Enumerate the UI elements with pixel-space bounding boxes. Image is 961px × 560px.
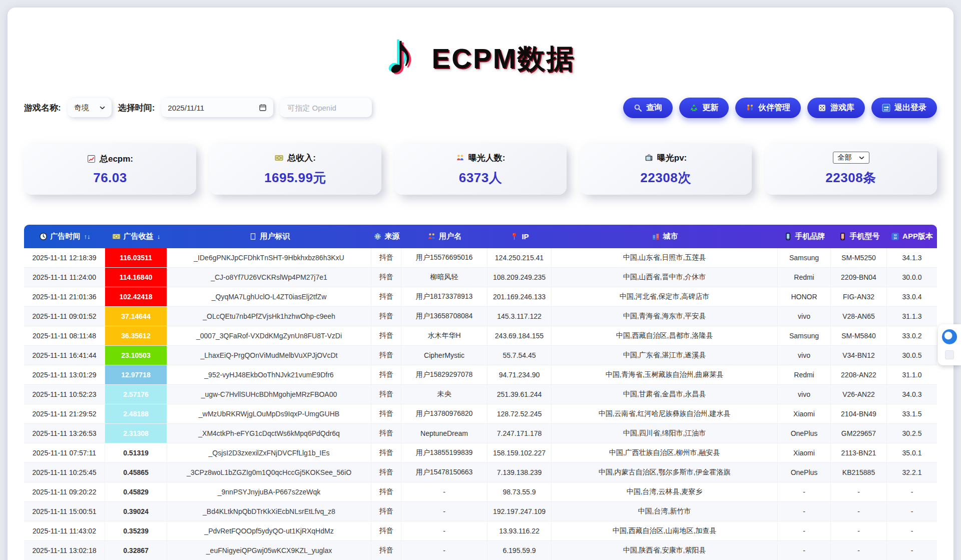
cell-brand: Samsung — [778, 326, 831, 346]
cell-revenue: 0.51319 — [105, 443, 167, 463]
numbers-icon: 1234 — [891, 232, 899, 241]
cell-ip: 124.250.215.41 — [488, 248, 552, 268]
cell-username: 用户13658708084 — [401, 307, 488, 326]
cell-openid: _CJ-o8Yf7U26VCKRslWp4PM27j7e1 — [167, 268, 371, 287]
assistant-bubble-icon[interactable] — [942, 329, 957, 344]
cell-openid: _QyqMA7LghUclO-L4ZT0iasElj2tfZw — [167, 287, 371, 307]
cell-source: 抖音 — [371, 307, 401, 326]
cell-version: - — [887, 521, 937, 541]
stat-label-text: 曝光人数: — [468, 152, 506, 164]
stat-card-total-ecpm: 总ecpm:76.03 — [24, 144, 196, 195]
cell-ip: 145.3.117.122 — [488, 307, 552, 326]
query-button[interactable]: 查询 — [623, 98, 673, 118]
cell-revenue: 0.35239 — [105, 521, 167, 541]
cell-revenue: 0.32867 — [105, 541, 167, 560]
cell-version: 35.0.1 — [887, 443, 937, 463]
tofu-box-icon — [249, 232, 257, 241]
widget-handle[interactable] — [945, 350, 954, 359]
cell-openid: _wMzUbRKRWjgLOuMpDs9IqxP-UmgGUHB — [167, 404, 371, 424]
cell-brand: - — [778, 521, 831, 541]
svg-text:END: END — [884, 109, 888, 111]
column-header-version: 1234APP版本 — [887, 225, 937, 248]
cell-time: 2025-11-11 07:57:11 — [24, 443, 105, 463]
cell-username: - — [401, 521, 488, 541]
date-value: 2025/11/11 — [168, 104, 204, 112]
cell-time: 2025-11-11 13:01:29 — [24, 365, 105, 385]
game-select-value: 奇境 — [74, 103, 89, 113]
cell-openid: _ugw-C7HvllSUHcBDhMgohjeMRzFBOA00 — [167, 385, 371, 404]
logout-button[interactable]: END退出登录 — [871, 98, 937, 118]
cell-model: - — [831, 541, 887, 560]
cell-ip: 7.139.138.239 — [488, 463, 552, 482]
partner-management-button[interactable]: 伙伴管理 — [735, 98, 801, 118]
cell-version: 34.1.3 — [887, 248, 937, 268]
cell-ip: 243.69.184.155 — [488, 326, 552, 346]
record-filter-select[interactable]: 全部 — [833, 152, 869, 164]
openid-input[interactable] — [286, 103, 365, 113]
cell-time: 2025-11-11 09:01:52 — [24, 307, 105, 326]
pin-icon — [510, 232, 519, 241]
cell-version: 30.2.5 — [887, 424, 937, 443]
money-icon — [112, 232, 121, 241]
sort-arrows-icon: ↑↓ — [84, 233, 91, 240]
table-row: 2025-11-11 21:29:522.48188_wMzUbRKRWjgLO… — [24, 404, 937, 424]
cell-city: 中国,西藏自治区,山南地区,加查县 — [552, 521, 778, 541]
cell-source: 抖音 — [371, 482, 401, 502]
cell-city: 中国,青海省,海东市,平安县 — [552, 307, 778, 326]
cell-city: 中国,河北省,保定市,高碑店市 — [552, 287, 778, 307]
cell-city: 中国,广东省,湛江市,遂溪县 — [552, 346, 778, 365]
cell-source: 抖音 — [371, 287, 401, 307]
button-label: 伙伴管理 — [758, 103, 790, 113]
floating-widget — [938, 324, 961, 365]
cell-city: 中国,云南省,红河哈尼族彝族自治州,建水县 — [552, 404, 778, 424]
game-select[interactable]: 奇境 — [68, 98, 112, 117]
cell-model: 2104-BN49 — [831, 404, 887, 424]
column-label: 来源 — [385, 232, 400, 241]
cell-brand: Xiaomi — [778, 404, 831, 424]
cell-ip: 94.71.234.90 — [488, 365, 552, 385]
cell-username: 用户18173378913 — [401, 287, 488, 307]
stat-label-text: 总收入: — [287, 152, 316, 164]
cell-username: NeptuneDream — [401, 424, 488, 443]
cell-source: 抖音 — [371, 541, 401, 560]
stat-card-total-revenue: 总收入:1695.99元 — [209, 144, 381, 195]
people-icon — [456, 154, 464, 162]
date-picker[interactable]: 2025/11/11 — [161, 98, 273, 117]
cell-model: - — [831, 482, 887, 502]
cell-city: 中国,甘肃省,金昌市,永昌县 — [552, 385, 778, 404]
column-header-revenue[interactable]: 广告收益↓ — [105, 225, 167, 248]
cell-city: 中国,内蒙古自治区,鄂尔多斯市,伊金霍洛旗 — [552, 463, 778, 482]
cell-source: 抖音 — [371, 365, 401, 385]
game-library-button[interactable]: 游戏库 — [807, 98, 865, 118]
cell-city: 中国,山东省,日照市,五莲县 — [552, 248, 778, 268]
cell-model: SM-M5840 — [831, 326, 887, 346]
stat-label-text: 曝光pv: — [657, 152, 687, 164]
cell-source: 抖音 — [371, 521, 401, 541]
cell-username: - — [401, 541, 488, 560]
cell-openid: _IDe6gPNKJpCFDhkTnSHT-9Hbkhxbz86h3KxU — [167, 248, 371, 268]
cell-model: V28-AN65 — [831, 307, 887, 326]
cell-openid: _QsjsI2D3zxexilZxFNjDVCFfLlg1b_IEs — [167, 443, 371, 463]
cell-revenue: 23.10503 — [105, 346, 167, 365]
cell-brand: - — [778, 541, 831, 560]
cell-brand: HONOR — [778, 287, 831, 307]
cell-time: 2025-11-11 11:43:02 — [24, 521, 105, 541]
cell-time: 2025-11-11 16:41:44 — [24, 346, 105, 365]
cell-brand: - — [778, 502, 831, 521]
search-icon — [634, 104, 642, 112]
cell-revenue: 102.42418 — [105, 287, 167, 307]
time-label: 选择时间: — [118, 102, 155, 114]
cell-brand: vivo — [778, 385, 831, 404]
table-row: 2025-11-11 13:01:2912.97718_952-vyHJ48Ek… — [24, 365, 937, 385]
cell-source: 抖音 — [371, 248, 401, 268]
money-icon — [275, 154, 283, 162]
column-header-time[interactable]: 广告时间↑↓ — [24, 225, 105, 248]
chevron-down-icon — [859, 156, 864, 160]
column-label: 城市 — [663, 232, 678, 241]
cell-username: - — [401, 482, 488, 502]
update-button[interactable]: 更新 — [679, 98, 729, 118]
cell-revenue: 114.16840 — [105, 268, 167, 287]
cell-ip: 192.197.247.109 — [488, 502, 552, 521]
cell-revenue: 0.45829 — [105, 482, 167, 502]
cell-source: 抖音 — [371, 326, 401, 346]
